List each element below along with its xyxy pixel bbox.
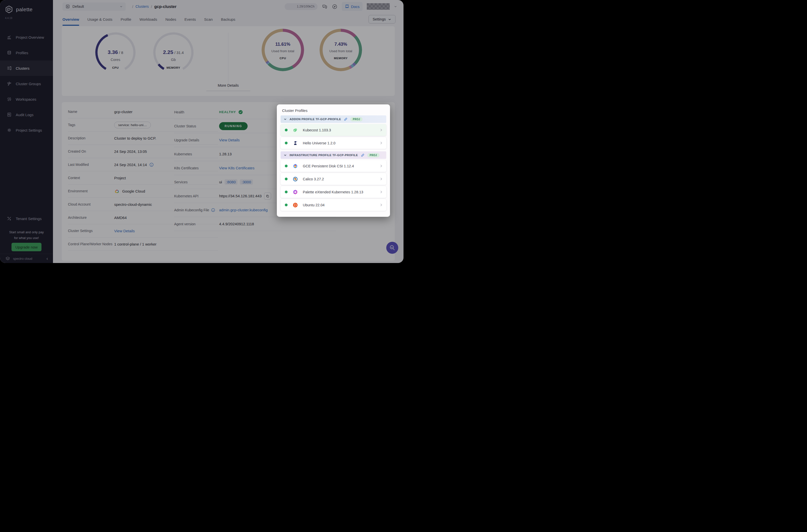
chevron-down-icon [284, 118, 287, 121]
status-dot [285, 204, 287, 206]
kubecost-logo [292, 127, 298, 133]
status-dot [285, 191, 287, 193]
link-icon [344, 117, 348, 121]
status-dot [285, 177, 287, 180]
profile-layer-calico[interactable]: Calico 3.27.2 [281, 173, 386, 185]
hello-universe-logo [292, 140, 298, 146]
cluster-profiles-panel: Cluster Profiles ADDON PROFILE TF-GCP-PR… [277, 104, 390, 217]
profile-layer-gce-disk[interactable]: GCE Persistent Disk CSI 1.12.4 [281, 160, 386, 172]
cluster-profiles-title: Cluster Profiles [282, 108, 386, 113]
chevron-right-icon [379, 190, 383, 194]
chevron-right-icon [379, 128, 383, 132]
status-dot [285, 141, 287, 144]
status-dot [285, 165, 287, 167]
link-icon [361, 153, 364, 157]
chevron-right-icon [379, 164, 383, 168]
infrastructure-profile-header[interactable]: INFRASTRUCTURE PROFILE TF-GCP-PROFILE PR… [281, 151, 386, 159]
profile-layer-ubuntu[interactable]: Ubuntu 22.04 [281, 199, 386, 211]
chevron-right-icon [379, 141, 383, 145]
calico-logo [292, 176, 298, 182]
addon-profile-header[interactable]: ADDON PROFILE TF-GCP-PROFILE PROJ [281, 115, 386, 123]
chevron-right-icon [379, 177, 383, 180]
profile-layer-pxk[interactable]: Palette eXtended Kubernetes 1.28.13 [281, 186, 386, 198]
ubuntu-logo [292, 202, 298, 208]
profile-layer-kubecost[interactable]: Kubecost 1.103.3 [281, 124, 386, 136]
chevron-down-icon [284, 154, 287, 157]
profile-layer-hello-universe[interactable]: Hello Universe 1.2.0 [281, 137, 386, 149]
chevron-right-icon [379, 203, 383, 207]
gce-disk-logo [292, 163, 298, 169]
app-window: palette 4.4.19 Project Overview Profiles [0, 0, 404, 263]
scope-badge: PROJ [350, 117, 362, 121]
pxk-logo [292, 189, 298, 195]
scope-badge: PROJ [367, 153, 379, 157]
status-dot [285, 129, 287, 131]
